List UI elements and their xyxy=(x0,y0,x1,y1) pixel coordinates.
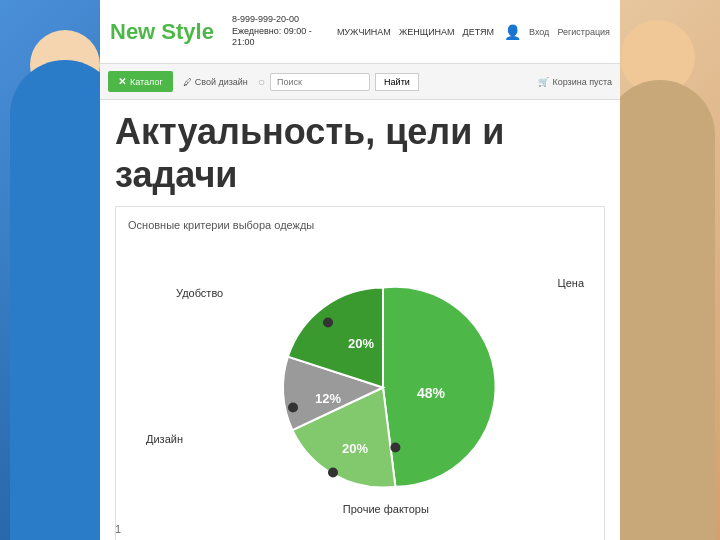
design-icon: 🖊 xyxy=(183,77,192,87)
nav-links: МУЖЧИНАМ ЖЕНЩИНАМ ДЕТЯМ xyxy=(337,27,494,37)
label-other: Прочие факторы xyxy=(343,503,429,515)
login-link[interactable]: Вход xyxy=(529,27,549,37)
search-button[interactable]: Найти xyxy=(375,73,419,91)
dot-price xyxy=(390,443,400,453)
main-content: New Style 8-999-999-20-00 Ежедневно: 09:… xyxy=(100,0,620,540)
catalog-x-icon: ✕ xyxy=(118,76,126,87)
header: New Style 8-999-999-20-00 Ежедневно: 09:… xyxy=(100,0,620,64)
slide-title: Актуальность, цели и задачи xyxy=(100,100,620,201)
logo: New Style xyxy=(110,19,214,45)
header-actions: 👤 Вход Регистрация xyxy=(504,24,610,40)
user-icon: 👤 xyxy=(504,24,521,40)
nav-children[interactable]: ДЕТЯМ xyxy=(463,27,494,37)
cart-icon: 🛒 xyxy=(538,77,549,87)
sub-header: ✕ Каталог 🖊 Свой дизайн ○ Найти 🛒 Корзин… xyxy=(100,64,620,100)
design-button[interactable]: 🖊 Свой дизайн xyxy=(183,77,248,87)
label-comfort: Удобство xyxy=(176,287,223,299)
search-box: ○ Найти xyxy=(258,73,529,91)
label-price: Цена xyxy=(558,277,584,289)
design-label: Свой дизайн xyxy=(195,77,248,87)
nav-men[interactable]: МУЖЧИНАМ xyxy=(337,27,391,37)
label-design: Дизайн xyxy=(146,433,183,445)
search-input[interactable] xyxy=(270,73,370,91)
person-right-body xyxy=(605,80,715,540)
phone-info: 8-999-999-20-00 Ежедневно: 09:00 - 21:00 xyxy=(232,14,321,49)
cart-button[interactable]: 🛒 Корзина пуста xyxy=(538,77,612,87)
catalog-label: Каталог xyxy=(130,77,163,87)
dot-other xyxy=(328,468,338,478)
pct-price: 48% xyxy=(417,385,446,401)
pct-design: 12% xyxy=(315,391,341,406)
chart-title: Основные критерии выбора одежды xyxy=(128,219,592,231)
nav-women[interactable]: ЖЕНЩИНАМ xyxy=(399,27,455,37)
dot-comfort xyxy=(323,318,333,328)
search-circle-icon: ○ xyxy=(258,75,265,89)
chart-container: Основные критерии выбора одежды Цена Удо… xyxy=(115,206,605,540)
dot-design xyxy=(288,403,298,413)
cart-label: Корзина пуста xyxy=(552,77,612,87)
catalog-button[interactable]: ✕ Каталог xyxy=(108,71,173,92)
pie-chart-main: 48% 20% 12% 20% xyxy=(268,273,498,503)
pct-comfort: 20% xyxy=(348,336,374,351)
register-link[interactable]: Регистрация xyxy=(557,27,610,37)
pct-other: 20% xyxy=(342,441,368,456)
slide-number: 1 xyxy=(115,523,121,535)
